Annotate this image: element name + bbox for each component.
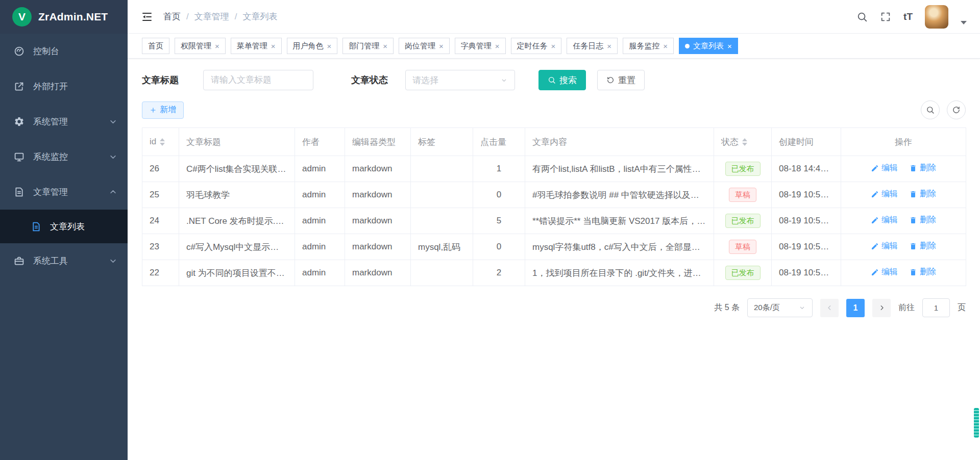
tab-close-icon[interactable]: × — [327, 42, 332, 50]
tab-job-log[interactable]: 任务日志× — [567, 38, 618, 54]
tab-menu[interactable]: 菜单管理× — [231, 38, 282, 54]
tab-permission[interactable]: 权限管理× — [175, 38, 226, 54]
article-status-select[interactable]: 请选择 — [405, 70, 515, 90]
add-button[interactable]: 新增 — [142, 101, 184, 119]
delete-link[interactable]: 删除 — [909, 267, 936, 277]
tab-close-icon[interactable]: × — [727, 42, 732, 50]
filter-bar: 文章标题 文章状态 请选择 搜索 重置 — [142, 70, 966, 90]
font-size-icon[interactable]: tT — [903, 11, 913, 22]
edit-link[interactable]: 编辑 — [871, 267, 898, 277]
breadcrumb-item[interactable]: 文章列表 — [242, 11, 277, 22]
menu-fold-icon[interactable] — [141, 11, 153, 23]
cell-title: 羽毛球教学 — [179, 182, 295, 208]
tab-close-icon[interactable]: × — [271, 42, 276, 50]
search-icon[interactable] — [856, 11, 868, 22]
delete-label: 删除 — [920, 163, 936, 173]
refresh-table-button[interactable] — [947, 100, 966, 119]
prev-page-button[interactable] — [820, 299, 839, 317]
tab-close-icon[interactable]: × — [215, 42, 219, 50]
tab-close-icon[interactable]: × — [663, 42, 668, 50]
delete-icon — [909, 268, 917, 276]
table-row: 25羽毛球教学adminmarkdown0#羽毛球拍参数说明 ## 中管软硬选择… — [142, 182, 966, 208]
article-title-input[interactable] — [203, 70, 313, 90]
column-label: 文章标题 — [186, 136, 221, 148]
cell-actions: 编辑删除 — [841, 182, 966, 208]
delete-link[interactable]: 删除 — [909, 163, 936, 173]
cell-status: 已发布 — [714, 260, 772, 286]
goto-page-input[interactable] — [922, 298, 950, 317]
cell-status: 草稿 — [714, 182, 772, 208]
sidebar-item-label: 系统监控 — [33, 151, 68, 163]
sidebar-item-external[interactable]: 外部打开 — [0, 69, 128, 104]
tab-dept[interactable]: 部门管理× — [342, 38, 394, 54]
app-logo[interactable]: V ZrAdmin.NET — [0, 0, 128, 34]
sidebar-item-system-tools[interactable]: 系统工具 — [0, 243, 128, 278]
tab-article-list[interactable]: 文章列表× — [679, 38, 738, 54]
sort-icon[interactable] — [160, 138, 165, 146]
tools-icon — [14, 255, 24, 266]
breadcrumb-item[interactable]: 首页 — [163, 11, 181, 22]
edit-icon — [871, 216, 879, 224]
tab-close-icon[interactable]: × — [495, 42, 500, 50]
edit-link[interactable]: 编辑 — [871, 189, 898, 199]
header-actions: tT — [856, 5, 967, 29]
caret-down-icon[interactable] — [961, 21, 967, 24]
sidebar-item-system-manage[interactable]: 系统管理 — [0, 104, 128, 139]
sidebar-item-system-monitor[interactable]: 系统监控 — [0, 139, 128, 174]
goto-label: 前往 — [898, 302, 915, 313]
reset-button[interactable]: 重置 — [597, 70, 645, 90]
tab-close-icon[interactable]: × — [439, 42, 444, 50]
tab-post[interactable]: 岗位管理× — [399, 38, 450, 54]
tab-server-monitor[interactable]: 服务监控× — [623, 38, 674, 54]
article-table: id文章标题作者编辑器类型标签点击量文章内容状态创建时间操作26C#两个list… — [142, 127, 966, 286]
delete-link[interactable]: 删除 — [909, 215, 936, 225]
cell-id: 24 — [142, 208, 179, 234]
tab-user-role[interactable]: 用户角色× — [287, 38, 338, 54]
edit-link[interactable]: 编辑 — [871, 163, 898, 173]
cell-title: C#两个list集合实现关联，... — [179, 156, 295, 182]
tab-close-icon[interactable]: × — [383, 42, 387, 50]
sidebar-item-article-list[interactable]: 文章列表 — [0, 210, 128, 243]
fullscreen-icon[interactable] — [880, 11, 891, 22]
delete-link[interactable]: 删除 — [909, 241, 936, 251]
column-header-status[interactable]: 状态 — [714, 128, 772, 156]
scrollbar-thumb[interactable] — [974, 408, 979, 438]
tab-label: 服务监控 — [629, 41, 659, 51]
avatar[interactable] — [925, 5, 948, 29]
edit-label: 编辑 — [881, 267, 898, 277]
cell-status: 已发布 — [714, 156, 772, 182]
delete-link[interactable]: 删除 — [909, 189, 936, 199]
tab-job[interactable]: 定时任务× — [511, 38, 562, 54]
status-badge: 草稿 — [729, 188, 756, 202]
chevron-down-icon — [108, 116, 118, 127]
sidebar-item-label: 控制台 — [33, 45, 59, 57]
tab-home[interactable]: 首页 — [142, 38, 169, 54]
refresh-icon — [606, 76, 615, 84]
next-page-button[interactable] — [872, 299, 891, 317]
column-header-id[interactable]: id — [142, 128, 179, 156]
show-search-button[interactable] — [921, 100, 940, 119]
tab-label: 菜单管理 — [237, 41, 267, 51]
edit-link[interactable]: 编辑 — [871, 241, 898, 251]
search-button[interactable]: 搜索 — [538, 70, 586, 90]
cell-clicks: 0 — [473, 182, 525, 208]
sidebar-item-dashboard[interactable]: 控制台 — [0, 34, 128, 69]
tab-close-icon[interactable]: × — [551, 42, 556, 50]
sidebar-item-article-manage[interactable]: 文章管理 — [0, 174, 128, 210]
page-1-button[interactable]: 1 — [846, 299, 865, 317]
delete-label: 删除 — [920, 215, 936, 225]
tab-close-icon[interactable]: × — [607, 42, 611, 50]
page-size-select[interactable]: 20条/页 — [747, 298, 813, 317]
edit-label: 编辑 — [881, 189, 898, 199]
sidebar-item-label: 文章管理 — [33, 186, 68, 198]
cell-clicks: 1 — [473, 156, 525, 182]
chevron-down-icon — [108, 255, 118, 266]
breadcrumb: 首页/文章管理/文章列表 — [163, 11, 277, 22]
breadcrumb-item[interactable]: 文章管理 — [194, 11, 229, 22]
sort-icon[interactable] — [742, 138, 747, 146]
cell-actions: 编辑删除 — [841, 156, 966, 182]
tab-dict[interactable]: 字典管理× — [455, 38, 506, 54]
edit-link[interactable]: 编辑 — [871, 215, 898, 225]
cell-actions: 编辑删除 — [841, 208, 966, 234]
cell-clicks: 0 — [473, 234, 525, 260]
